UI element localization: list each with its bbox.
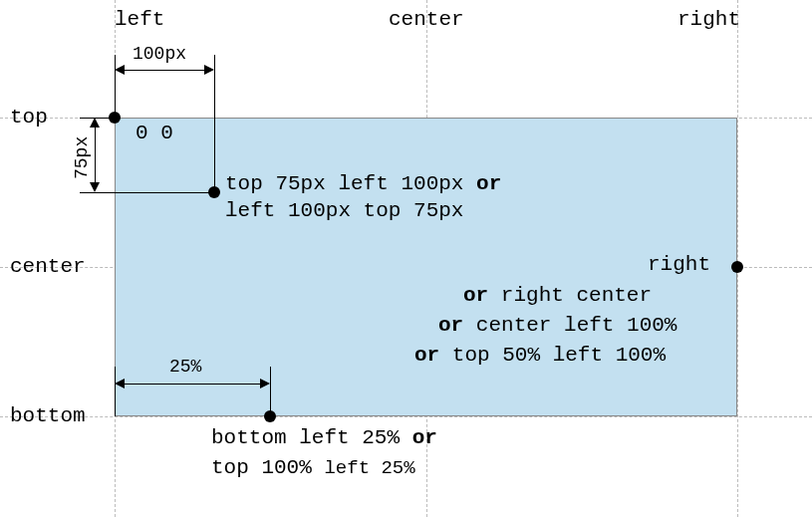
label-right-c: center left 100%	[463, 314, 677, 337]
label-bottom-a-row: bottom left 25% or	[211, 426, 437, 449]
dim-75px-tick-bottom	[80, 192, 214, 193]
label-bottom-b-row: top 100% left 25%	[211, 456, 415, 479]
label-tl-offset-a: top 75px left 100px	[225, 172, 476, 195]
dim-75px-arrow-down	[90, 182, 100, 192]
or-3: or	[438, 314, 463, 337]
label-tl-offset-line1: top 75px left 100px or	[225, 172, 501, 195]
dot-top-left-offset	[208, 186, 220, 198]
label-origin: 0 0	[135, 122, 173, 144]
label-bottom-a: bottom left 25%	[211, 426, 412, 449]
dim-100px-tick-right	[214, 55, 215, 192]
dim-25pct-line	[120, 384, 265, 385]
dot-right-center	[731, 261, 743, 273]
dim-25pct-arrow-right	[260, 379, 270, 388]
label-right-a: right	[648, 253, 710, 276]
dim-75px-arrow-up	[90, 118, 100, 128]
or-2: or	[463, 284, 488, 307]
label-right-c-row: or center left 100%	[438, 314, 677, 337]
label-right-b: right center	[488, 284, 652, 307]
dim-100px-line	[120, 70, 209, 71]
axis-label-right: right	[677, 8, 740, 31]
dim-25pct-tick-left	[115, 367, 116, 416]
axis-label-bottom: bottom	[10, 404, 86, 427]
dim-25pct-arrow-left	[115, 379, 125, 388]
axis-label-center: center	[389, 8, 464, 31]
label-right-d-row: or top 50% left 100%	[414, 344, 666, 367]
axis-label-left: left	[115, 8, 164, 31]
or-4: or	[414, 344, 439, 367]
diagram-canvas: left center right top center bottom 100p…	[0, 0, 812, 517]
dot-bottom-left-25	[264, 410, 276, 422]
label-bottom-b-2: left 25%	[324, 457, 414, 479]
grid-h-bottom	[0, 416, 812, 417]
or-5: or	[412, 426, 437, 449]
dim-100px-arrow-left	[115, 65, 125, 75]
dim-25pct-tick-right	[270, 367, 271, 416]
dim-100px-arrow-right	[204, 65, 214, 75]
dim-75px-line	[95, 123, 96, 187]
axis-label-top: top	[10, 106, 48, 129]
label-right-d: top 50% left 100%	[439, 344, 666, 367]
or-1: or	[476, 172, 501, 195]
label-bottom-b-1: top 100%	[211, 456, 324, 479]
axis-label-center-side: center	[10, 255, 86, 278]
position-box	[115, 118, 737, 416]
grid-v-right	[737, 0, 738, 517]
dim-25pct-label: 25%	[169, 357, 201, 377]
label-tl-offset-b: left 100px top 75px	[225, 199, 463, 222]
dim-100px-label: 100px	[133, 44, 186, 64]
dim-75px-label: 75px	[72, 136, 92, 179]
label-right-b-row: or right center	[463, 284, 652, 307]
dot-origin	[109, 112, 121, 124]
